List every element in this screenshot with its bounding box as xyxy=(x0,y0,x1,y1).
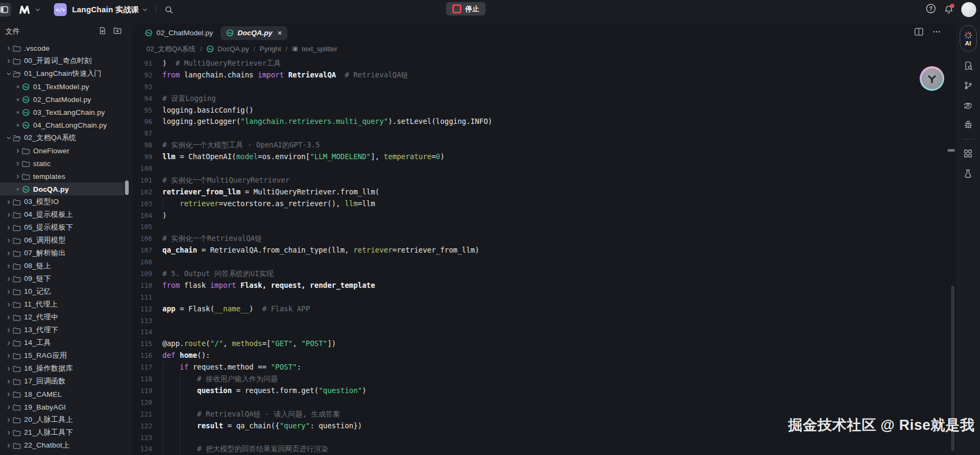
breadcrumb-item[interactable]: DocQA.py xyxy=(206,45,249,53)
line-number: 92 xyxy=(132,69,152,81)
tree-row-folder[interactable]: 14_工具 xyxy=(0,336,124,349)
code-editor[interactable]: 91) # MultiQueryRetriever工具92from langch… xyxy=(132,58,956,455)
tree-row-folder[interactable]: 05_提示模板下 xyxy=(0,221,124,234)
chevron-down-icon[interactable] xyxy=(143,7,147,12)
tab-label: DocQA.py xyxy=(238,29,272,37)
chevron-right-icon[interactable] xyxy=(4,238,13,243)
svg-text:@: @ xyxy=(294,46,296,51)
tree-row-folder[interactable]: 12_代理中 xyxy=(0,311,124,324)
breadcrumb-item[interactable]: 02_文档QA系统 xyxy=(146,44,195,54)
editor-tab[interactable]: DocQA.py× xyxy=(221,26,287,40)
tree-row-file[interactable]: 02_ChatModel.py xyxy=(0,93,124,106)
tree-row-folder[interactable]: .vscode xyxy=(0,42,124,54)
chevron-right-icon[interactable] xyxy=(13,174,22,179)
tree-row-folder[interactable]: 10_记忆 xyxy=(0,285,124,298)
chevron-right-icon[interactable] xyxy=(4,302,13,307)
tree-row-folder[interactable]: 13_代理下 xyxy=(0,324,124,336)
new-file-icon[interactable] xyxy=(98,27,106,36)
code-review-icon[interactable] xyxy=(963,95,973,115)
tree-row-folder[interactable]: 06_调用模型 xyxy=(0,234,124,247)
tree-item-label: 01_LangChain快速入门 xyxy=(23,69,101,79)
floating-avatar-badge[interactable] xyxy=(920,66,944,91)
tree-item-label: 04_提示模板上 xyxy=(23,210,73,219)
chevron-right-icon[interactable] xyxy=(4,213,13,217)
chevron-right-icon[interactable] xyxy=(13,161,22,166)
tree-row-folder[interactable]: 15_RAG应用 xyxy=(0,349,124,362)
tree-row-folder[interactable]: 21_人脉工具下 xyxy=(0,426,124,439)
widgets-grid-icon[interactable] xyxy=(963,144,973,163)
modified-dot xyxy=(13,85,22,88)
chevron-right-icon[interactable] xyxy=(4,289,13,294)
tree-row-folder[interactable]: 01_LangChain快速入门 xyxy=(0,67,124,80)
panel-splitter-handle[interactable] xyxy=(125,181,129,195)
folder-icon xyxy=(13,340,23,347)
tree-row-folder[interactable]: 09_链下 xyxy=(0,272,124,285)
chevron-right-icon[interactable] xyxy=(4,328,13,333)
chevron-right-icon[interactable] xyxy=(4,59,13,64)
chevron-right-icon[interactable] xyxy=(4,430,13,435)
chevron-right-icon[interactable] xyxy=(4,405,13,410)
split-editor-icon[interactable] xyxy=(914,28,923,38)
chevron-right-icon[interactable] xyxy=(4,418,13,422)
help-icon[interactable]: ? xyxy=(926,3,936,16)
file-search-icon[interactable] xyxy=(963,56,973,75)
line-number: 116 xyxy=(132,350,152,362)
more-options-icon[interactable] xyxy=(932,28,941,38)
chevron-right-icon[interactable] xyxy=(4,341,13,346)
chevron-down-icon[interactable] xyxy=(4,72,13,76)
debugger-icon[interactable] xyxy=(963,115,973,135)
tree-row-folder[interactable]: 18_CAMEL xyxy=(0,388,124,401)
chevron-right-icon[interactable] xyxy=(4,264,13,269)
toggle-left-panel-button[interactable] xyxy=(0,3,11,17)
chevron-right-icon[interactable] xyxy=(4,354,13,358)
search-icon[interactable] xyxy=(164,5,174,14)
chevron-right-icon[interactable] xyxy=(4,200,13,205)
chevron-down-icon[interactable] xyxy=(35,7,40,12)
chevron-right-icon[interactable] xyxy=(13,148,22,153)
tree-row-folder[interactable]: templates xyxy=(0,170,124,183)
ai-assistant-button[interactable]: AI xyxy=(960,25,977,52)
new-folder-icon[interactable] xyxy=(113,27,122,36)
tree-row-folder[interactable]: OneFlower xyxy=(0,144,124,157)
chevron-right-icon[interactable] xyxy=(4,277,13,281)
stop-button[interactable]: 停止 xyxy=(446,2,485,15)
ide-logo[interactable] xyxy=(18,4,32,15)
tree-row-folder[interactable]: 17_回调函数 xyxy=(0,375,124,388)
editor-tab[interactable]: 02_ChatModel.py xyxy=(139,26,218,40)
tree-row-file[interactable]: 03_TextLangChain.py xyxy=(0,106,124,119)
tree-row-folder[interactable]: 11_代理上 xyxy=(0,298,124,311)
user-avatar[interactable] xyxy=(961,2,976,17)
flask-icon[interactable] xyxy=(963,163,973,183)
notifications-bell-icon[interactable] xyxy=(944,5,954,15)
tree-row-file[interactable]: 01_TextModel.py xyxy=(0,80,124,93)
chevron-right-icon[interactable] xyxy=(4,443,13,448)
git-branch-icon[interactable] xyxy=(963,75,973,95)
tree-row-folder[interactable]: static xyxy=(0,157,124,170)
breadcrumb-item[interactable]: @text_splitter xyxy=(292,45,337,53)
tree-row-folder[interactable]: 00_开篇词_奇点时刻 xyxy=(0,54,124,67)
close-tab-icon[interactable]: × xyxy=(278,29,282,36)
breadcrumb-item[interactable]: Pyright xyxy=(260,45,281,53)
chevron-right-icon[interactable] xyxy=(4,315,13,320)
chevron-right-icon[interactable] xyxy=(4,366,13,371)
workspace-title[interactable]: LangChain 实战课 xyxy=(72,5,139,15)
chevron-right-icon[interactable] xyxy=(4,251,13,256)
ide-window: </> LangChain 实战课 停止 ? xyxy=(0,0,980,455)
tree-row-folder[interactable]: 20_人脉工具上 xyxy=(0,413,124,426)
chevron-right-icon[interactable] xyxy=(4,379,13,384)
tree-row-file[interactable]: DocQA.py xyxy=(0,183,124,195)
chevron-right-icon[interactable] xyxy=(4,225,13,230)
chevron-right-icon[interactable] xyxy=(4,46,13,51)
right-panel-splitter-handle[interactable] xyxy=(947,149,955,152)
tree-row-folder[interactable]: 02_文档QA系统 xyxy=(0,131,124,144)
tree-row-folder[interactable]: 07_解析输出 xyxy=(0,247,124,260)
tree-row-folder[interactable]: 22_Chatbot上 xyxy=(0,439,124,452)
tree-row-folder[interactable]: 08_链上 xyxy=(0,260,124,272)
tree-row-folder[interactable]: 19_BabyAGI xyxy=(0,401,124,413)
tree-row-folder[interactable]: 16_操作数据库 xyxy=(0,362,124,375)
chevron-right-icon[interactable] xyxy=(4,392,13,397)
tree-row-folder[interactable]: 04_提示模板上 xyxy=(0,208,124,221)
chevron-down-icon[interactable] xyxy=(4,136,13,140)
tree-row-folder[interactable]: 03_模型IO xyxy=(0,195,124,208)
tree-row-file[interactable]: 04_ChatLongChain.py xyxy=(0,119,124,131)
